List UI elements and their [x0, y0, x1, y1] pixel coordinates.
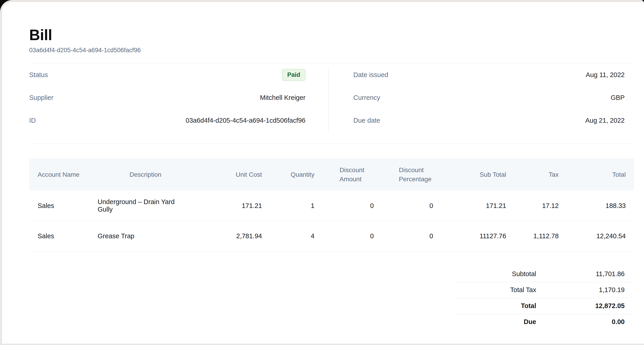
detail-value: Mitchell Kreiger	[260, 94, 306, 102]
summary-label: Subtotal	[452, 270, 536, 278]
summary-row-total-tax: Total Tax1,170.19	[452, 282, 634, 298]
summary-value: 0.00	[536, 318, 634, 326]
cell-quantity: 1	[264, 191, 317, 221]
column-header-discount-percentage: Discount Percentage	[376, 158, 436, 191]
table-header-row: Account NameDescriptionUnit CostQuantity…	[29, 158, 634, 191]
summary-label: Due	[452, 318, 536, 326]
detail-row-currency: CurrencyGBP	[328, 86, 634, 109]
detail-row-id: ID03a6d4f4-d205-4c54-a694-1cd506facf96	[29, 109, 328, 132]
detail-row-supplier: SupplierMitchell Kreiger	[29, 86, 328, 109]
cell-tax: 1,112.78	[508, 221, 561, 251]
table-row: SalesUnderground – Drain Yard Gully171.2…	[29, 191, 634, 221]
cell-account-name: Sales	[29, 221, 91, 251]
detail-label: Date issued	[353, 71, 388, 79]
detail-row-date-issued: Date issuedAug 11, 2022	[328, 64, 634, 86]
cell-account-name: Sales	[29, 191, 91, 221]
column-header-quantity: Quantity	[264, 158, 317, 191]
detail-label: Supplier	[29, 94, 53, 102]
detail-value: Aug 11, 2022	[586, 71, 624, 79]
totals-summary: Subtotal11,701.86Total Tax1,170.19Total1…	[452, 266, 634, 330]
detail-label: Due date	[353, 117, 380, 124]
cell-unit-cost: 171.21	[187, 191, 264, 221]
page: { "header": { "title": "Bill", "bill_id"…	[0, 0, 644, 345]
cell-tax: 17.12	[508, 191, 561, 221]
cell-discount-percentage: 0	[376, 221, 436, 251]
summary-value: 11,701.86	[536, 270, 634, 278]
summary-row-subtotal: Subtotal11,701.86	[452, 266, 634, 282]
cell-quantity: 4	[264, 221, 317, 251]
cell-description: Grease Trap	[91, 221, 186, 251]
cell-discount-amount: 0	[317, 191, 376, 221]
column-header-total: Total	[561, 158, 634, 191]
cell-discount-amount: 0	[317, 221, 376, 251]
summary-row-due: Due0.00	[452, 314, 634, 330]
bill-details-section: StatusPaidSupplierMitchell KreigerID03a6…	[29, 64, 634, 144]
summary-label: Total	[452, 302, 536, 310]
divider-above-table	[29, 144, 634, 144]
cell-discount-percentage: 0	[376, 191, 436, 221]
bill-id: 03a6d4f4-d205-4c54-a694-1cd506facf96	[29, 46, 634, 54]
detail-value: Aug 21, 2022	[585, 117, 624, 124]
cell-unit-cost: 2,781.94	[187, 221, 264, 251]
cell-sub-total: 11127.76	[436, 221, 508, 251]
table-row: SalesGrease Trap2,781.9440011127.761,112…	[29, 221, 634, 251]
column-header-unit-cost: Unit Cost	[187, 158, 264, 191]
bill-content: Bill 03a6d4f4-d205-4c54-a694-1cd506facf9…	[2, 2, 644, 330]
detail-row-status: StatusPaid	[29, 64, 328, 86]
detail-label: ID	[29, 117, 36, 124]
page-title: Bill	[29, 27, 634, 43]
column-header-description: Description	[91, 158, 186, 191]
summary-value: 1,170.19	[536, 286, 634, 294]
table-body: SalesUnderground – Drain Yard Gully171.2…	[29, 191, 634, 251]
cell-total: 12,240.54	[561, 221, 634, 251]
table-header: Account NameDescriptionUnit CostQuantity…	[29, 158, 634, 191]
detail-value: GBP	[611, 94, 624, 102]
bill-card: Bill 03a6d4f4-d205-4c54-a694-1cd506facf9…	[2, 2, 644, 344]
summary-value: 12,872.05	[536, 302, 634, 310]
cell-sub-total: 171.21	[436, 191, 508, 221]
details-left-column: StatusPaidSupplierMitchell KreigerID03a6…	[29, 64, 328, 132]
column-header-sub-total: Sub Total	[436, 158, 508, 191]
cell-description: Underground – Drain Yard Gully	[91, 191, 186, 221]
column-header-discount-amount: Discount Amount	[317, 158, 376, 191]
column-header-tax: Tax	[508, 158, 561, 191]
detail-row-due-date: Due dateAug 21, 2022	[328, 109, 634, 132]
details-vertical-divider	[328, 66, 328, 133]
status-badge: Paid	[282, 69, 306, 81]
column-header-account-name: Account Name	[29, 158, 91, 191]
detail-label: Currency	[353, 94, 380, 102]
line-items-table: Account NameDescriptionUnit CostQuantity…	[29, 158, 634, 252]
cell-total: 188.33	[561, 191, 634, 221]
summary-row-total: Total12,872.05	[452, 298, 634, 314]
detail-label: Status	[29, 71, 48, 79]
summary-label: Total Tax	[452, 286, 536, 294]
detail-value: 03a6d4f4-d205-4c54-a694-1cd506facf96	[186, 117, 306, 124]
details-right-column: Date issuedAug 11, 2022CurrencyGBPDue da…	[328, 64, 634, 132]
